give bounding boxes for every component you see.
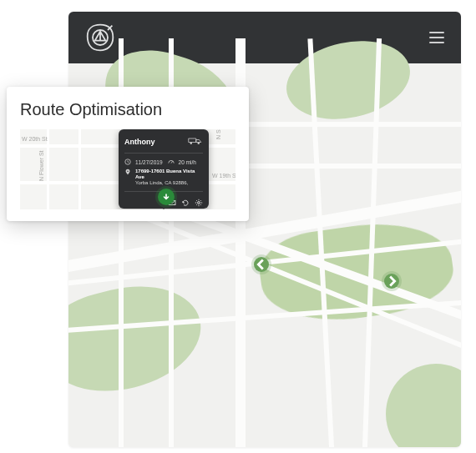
- arrow-left-icon: [254, 257, 269, 272]
- app-window: [68, 12, 461, 447]
- route-optimisation-panel: Route Optimisation W 20th St W 19th St N…: [7, 87, 249, 221]
- arrow-down-icon: [162, 193, 170, 201]
- gauge-icon: [168, 159, 175, 165]
- gear-icon[interactable]: [195, 195, 203, 204]
- svg-line-11: [196, 200, 197, 201]
- map-marker-b[interactable]: [384, 274, 399, 289]
- menu-button[interactable]: [429, 32, 444, 43]
- svg-line-13: [200, 200, 201, 201]
- street-label: N Flower St: [38, 150, 44, 181]
- tooltip-speed: 20 mi/h: [179, 159, 196, 165]
- location-pin-icon: [124, 169, 131, 175]
- selected-vehicle-marker[interactable]: [158, 189, 175, 205]
- app-logo: [85, 23, 115, 53]
- street-label: N Sycamore: [215, 129, 221, 139]
- svg-point-1: [190, 142, 192, 143]
- svg-point-2: [198, 142, 200, 143]
- svg-point-4: [127, 170, 129, 172]
- tooltip-address: 17699-17601 Buena Vista Ave Yorba Linda,…: [135, 169, 203, 187]
- map-marker-a[interactable]: [254, 257, 269, 272]
- refresh-icon[interactable]: [181, 195, 190, 204]
- svg-point-6: [198, 201, 200, 204]
- svg-line-12: [200, 204, 201, 204]
- truck-icon: [188, 134, 203, 149]
- street-label: W 19th St: [212, 173, 235, 179]
- panel-minimap[interactable]: W 20th St W 19th St N Flower St N Sycamo…: [20, 129, 235, 209]
- tooltip-driver-name: Anthony: [124, 138, 155, 146]
- clock-icon: [124, 159, 131, 165]
- arrow-right-icon: [384, 274, 399, 289]
- svg-line-14: [196, 204, 197, 204]
- panel-title: Route Optimisation: [20, 100, 235, 119]
- tooltip-date: 11/27/2019: [135, 159, 163, 165]
- logo-leaf-icon: [85, 23, 115, 53]
- street-label: W 20th St: [22, 136, 48, 142]
